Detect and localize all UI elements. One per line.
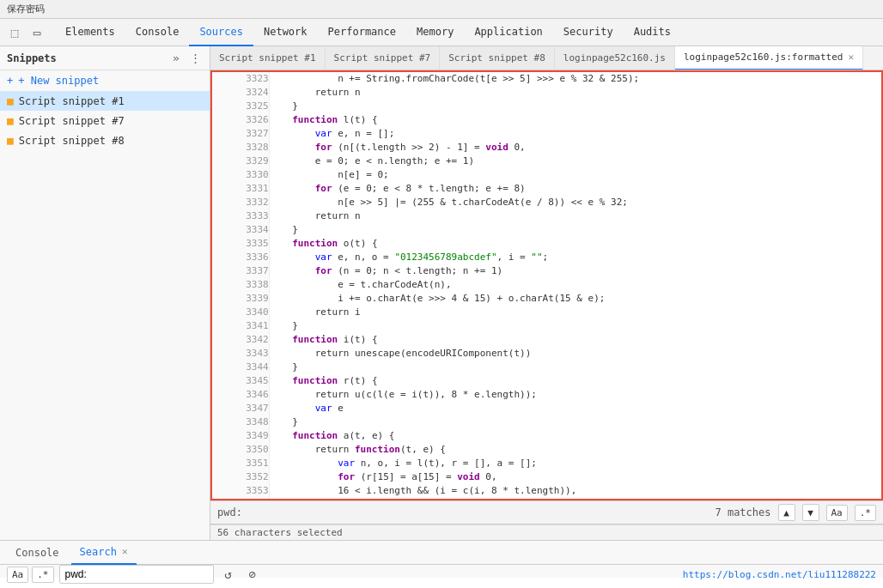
line-code: i += o.charAt(e >>> 4 & 15) + o.charAt(1… <box>269 292 881 306</box>
bottom-tab-close-icon[interactable]: ✕ <box>122 546 128 557</box>
search-next-button[interactable]: ▼ <box>802 504 819 521</box>
line-code: for (e = 0; e < 8 * t.length; e += 8) <box>269 182 881 196</box>
line-number: 3343 <box>212 347 269 361</box>
search-regex-button[interactable]: .* <box>855 505 876 521</box>
line-code: function a(t, e) { <box>269 429 881 443</box>
table-row: 3335 function o(t) { <box>212 237 881 251</box>
table-row: 3339 i += o.charAt(e >>> 4 & 15) + o.cha… <box>212 292 881 306</box>
line-code: return unescape(encodeURIComponent(t)) <box>269 347 881 361</box>
line-number: 3341 <box>212 319 269 333</box>
tab-sources[interactable]: Sources <box>189 19 253 46</box>
snippet-item-1[interactable]: ■ Script snippet #1 <box>0 91 210 111</box>
line-code: for (n[(t.length >> 2) - 1] = void 0, <box>269 141 881 155</box>
line-number: 3335 <box>212 237 269 251</box>
tab-memory[interactable]: Memory <box>406 19 464 46</box>
line-code: } <box>269 100 881 113</box>
bottom-search-aa-button[interactable]: Aa <box>7 567 28 583</box>
line-code: n[e] = 0; <box>269 168 881 182</box>
table-row: 3332 n[e >> 5] |= (255 & t.charCodeAt(e … <box>212 196 881 209</box>
line-number: 3337 <box>212 264 269 278</box>
line-code: 16 < i.length && (i = c(i, 8 * t.length)… <box>269 484 881 498</box>
line-code: } <box>269 415 881 429</box>
tab-security[interactable]: Security <box>553 19 624 46</box>
bottom-tab-console[interactable]: Console <box>7 541 68 565</box>
line-number: 3338 <box>212 278 269 292</box>
line-number: 3350 <box>212 443 269 457</box>
line-number: 3344 <box>212 361 269 374</box>
sidebar-menu-icon[interactable]: ⋮ <box>187 51 203 66</box>
devtools-tab-bar: ⬚ ▭ Elements Console Sources Network Per… <box>0 19 883 46</box>
file-tab-login[interactable]: loginpage52c160.js <box>555 46 675 70</box>
selected-info-bar: 56 characters selected <box>210 524 883 540</box>
file-tab-login-formatted[interactable]: loginpage52c160.js:formatted ✕ <box>675 46 863 70</box>
tab-audits[interactable]: Audits <box>624 19 681 46</box>
table-row: 3328 for (n[(t.length >> 2) - 1] = void … <box>212 141 881 155</box>
line-number: 3333 <box>212 209 269 223</box>
table-row: 3340 return i <box>212 306 881 319</box>
table-row: 3331 for (e = 0; e < 8 * t.length; e += … <box>212 182 881 196</box>
notification-text: 保存密码 <box>7 3 45 15</box>
line-number: 3345 <box>212 374 269 388</box>
line-code: function l(t) { <box>269 113 881 127</box>
table-row: 3342 function i(t) { <box>212 333 881 347</box>
tab-network[interactable]: Network <box>253 19 318 46</box>
device-icon[interactable]: ▭ <box>26 21 48 44</box>
bottom-tab-search[interactable]: Search ✕ <box>71 541 137 565</box>
table-row: 3323 n += String.fromCharCode(t[e >> 5] … <box>212 72 881 86</box>
file-tab-label-formatted: loginpage52c160.js:formatted <box>684 52 843 63</box>
search-refresh-icon[interactable]: ↺ <box>219 565 238 584</box>
search-prev-button[interactable]: ▲ <box>778 504 795 521</box>
line-code: return i <box>269 306 881 319</box>
line-code: var e, n, o = "0123456789abcdef", i = ""… <box>269 251 881 264</box>
tab-performance[interactable]: Performance <box>318 19 406 46</box>
line-code: var e, n = []; <box>269 127 881 141</box>
selected-info-text: 56 characters selected <box>217 527 343 538</box>
search-options-group: Aa .* <box>7 567 54 583</box>
tab-console[interactable]: Console <box>125 19 190 46</box>
tab-elements[interactable]: Elements <box>55 19 125 46</box>
table-row: 3354 n = 0; n < 16; n += 1) <box>212 498 881 500</box>
file-tab-snippet8[interactable]: Script snippet #8 <box>440 46 555 70</box>
line-number: 3325 <box>212 100 269 113</box>
snippet-icon-8: ■ <box>7 134 14 147</box>
line-code: return u(c(l(e = i(t)), 8 * e.length)); <box>269 388 881 402</box>
new-snippet-label: + New snippet <box>18 75 99 87</box>
bottom-search-regex-button[interactable]: .* <box>32 567 53 583</box>
bottom-bar: Console Search ✕ Aa .* ↺ ⊘ https://blog.… <box>0 540 883 578</box>
inspect-icon[interactable]: ⬚ <box>3 21 26 44</box>
line-code: } <box>269 319 881 333</box>
search-clear-icon[interactable]: ⊘ <box>243 565 262 584</box>
table-row: 3337 for (n = 0; n < t.length; n += 1) <box>212 264 881 278</box>
line-code: n = 0; n < 16; n += 1) <box>269 498 881 500</box>
new-snippet-button[interactable]: + + New snippet <box>0 70 210 91</box>
line-number: 3329 <box>212 155 269 168</box>
snippet-item-8[interactable]: ■ Script snippet #8 <box>0 130 210 150</box>
sidebar-more-icon[interactable]: » <box>168 51 184 66</box>
search-matches: 7 matches <box>715 506 770 518</box>
line-number: 3326 <box>212 113 269 127</box>
search-query-label: pwd: <box>217 506 242 518</box>
line-code: } <box>269 223 881 237</box>
line-code: n[e >> 5] |= (255 & t.charCodeAt(e / 8))… <box>269 196 881 209</box>
table-row: 3343 return unescape(encodeURIComponent(… <box>212 347 881 361</box>
line-code: n += String.fromCharCode(t[e >> 5] >>> e… <box>269 72 881 86</box>
tab-application[interactable]: Application <box>464 19 552 46</box>
line-number: 3328 <box>212 141 269 155</box>
code-content[interactable]: 3323 n += String.fromCharCode(t[e >> 5] … <box>210 70 883 500</box>
line-code: } <box>269 361 881 374</box>
notification-bar: 保存密码 <box>0 0 883 19</box>
file-tab-snippet1[interactable]: Script snippet #1 <box>210 46 326 70</box>
bottom-search-area: Aa .* ↺ ⊘ https://blog.csdn.net/liu11128… <box>0 565 883 584</box>
snippet-list: ■ Script snippet #1 ■ Script snippet #7 … <box>0 91 210 540</box>
snippet-item-7[interactable]: ■ Script snippet #7 <box>0 111 210 130</box>
file-tab-close-icon[interactable]: ✕ <box>848 52 854 63</box>
bottom-search-input[interactable] <box>59 565 214 584</box>
line-number: 3336 <box>212 251 269 264</box>
file-tab-snippet7[interactable]: Script snippet #7 <box>326 46 441 70</box>
bottom-url-link[interactable]: https://blog.csdn.net/liu111288222 <box>683 569 876 580</box>
snippet-label-1: Script snippet #1 <box>19 95 125 107</box>
search-case-button[interactable]: Aa <box>826 505 848 521</box>
sidebar-header: Snippets » ⋮ <box>0 46 210 70</box>
line-code: function r(t) { <box>269 374 881 388</box>
table-row: 3327 var e, n = []; <box>212 127 881 141</box>
